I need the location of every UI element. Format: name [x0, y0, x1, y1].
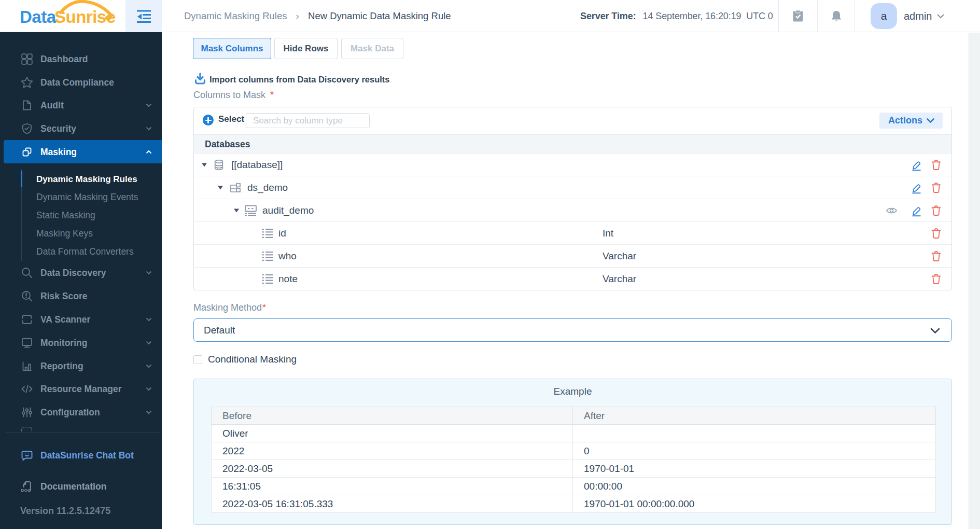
svg-text:Data: Data: [20, 7, 57, 26]
svg-text:DOC: DOC: [21, 488, 31, 493]
svg-text:Sunrise: Sunrise: [54, 7, 116, 26]
